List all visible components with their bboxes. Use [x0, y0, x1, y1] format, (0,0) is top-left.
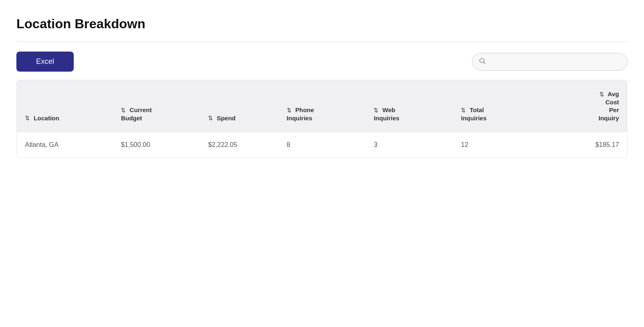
table-body: Atlanta, GA$1,500.00$2,222.058312$185.17: [17, 132, 627, 158]
sort-icon-phone: ⇅: [287, 107, 291, 114]
cell-location: Atlanta, GA: [17, 132, 113, 158]
col-header-spend[interactable]: ⇅ Spend: [200, 80, 279, 132]
data-table: ⇅ Location ⇅ CurrentBudget ⇅ Spend ⇅ Pho…: [17, 80, 627, 158]
table-row: Atlanta, GA$1,500.00$2,222.058312$185.17: [17, 132, 627, 158]
search-wrapper: [472, 53, 628, 71]
page-container: Location Breakdown Excel ⇅ Location: [0, 0, 644, 174]
page-title: Location Breakdown: [16, 16, 628, 32]
excel-button[interactable]: Excel: [16, 52, 74, 72]
sort-icon-avg: ⇅: [599, 91, 604, 98]
divider: [16, 41, 628, 42]
cell-web_inquiries: 3: [365, 132, 453, 158]
table-header-row: ⇅ Location ⇅ CurrentBudget ⇅ Spend ⇅ Pho…: [17, 80, 627, 132]
col-label-budget: CurrentBudget: [121, 106, 152, 122]
cell-total_inquiries: 12: [453, 132, 540, 158]
col-header-budget[interactable]: ⇅ CurrentBudget: [113, 80, 200, 132]
col-header-web[interactable]: ⇅ WebInquiries: [365, 80, 453, 132]
cell-spend: $2,222.05: [200, 132, 279, 158]
col-label-spend: Spend: [217, 115, 236, 122]
cell-phone_inquiries: 8: [279, 132, 366, 158]
sort-icon-web: ⇅: [374, 107, 378, 114]
col-header-location[interactable]: ⇅ Location: [17, 80, 113, 132]
col-label-location: Location: [34, 115, 59, 122]
cell-avg_cost: $185.17: [540, 132, 627, 158]
col-header-avg[interactable]: ⇅ AvgCostPerInquiry: [540, 80, 627, 132]
table-wrapper: ⇅ Location ⇅ CurrentBudget ⇅ Spend ⇅ Pho…: [16, 80, 628, 158]
cell-current_budget: $1,500.00: [113, 132, 200, 158]
sort-icon-spend: ⇅: [208, 115, 213, 122]
col-header-total[interactable]: ⇅ TotalInquiries: [453, 80, 540, 132]
toolbar: Excel: [16, 52, 628, 72]
sort-icon-location: ⇅: [25, 115, 29, 122]
sort-icon-total: ⇅: [461, 107, 465, 114]
search-input[interactable]: [472, 53, 628, 71]
sort-icon-budget: ⇅: [121, 107, 125, 114]
col-header-phone[interactable]: ⇅ PhoneInquiries: [279, 80, 366, 132]
